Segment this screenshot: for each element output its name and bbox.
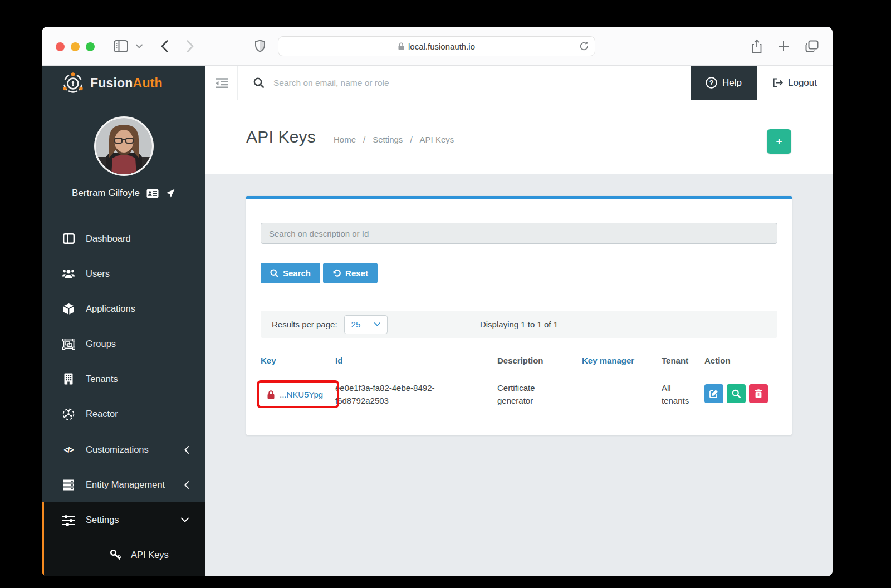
column-action: Action (704, 356, 777, 365)
breadcrumb-separator: / (363, 135, 365, 144)
reset-button[interactable]: Reset (323, 263, 378, 283)
content-area: Search Reset Results per page: 25 (205, 174, 833, 576)
sidebar-item-label: API Keys (131, 550, 169, 560)
api-key-search-input[interactable] (261, 223, 777, 244)
column-key[interactable]: Key (261, 356, 335, 365)
chevron-down-icon (374, 322, 380, 326)
search-icon (253, 77, 264, 88)
search-icon (270, 269, 278, 277)
results-bar: Results per page: 25 Displaying 1 to 1 o… (261, 311, 777, 338)
add-api-key-button[interactable]: + (767, 129, 791, 154)
column-tenant: Tenant (662, 356, 704, 365)
id-card-icon[interactable] (146, 189, 159, 198)
columns-icon (62, 233, 75, 244)
close-window-button[interactable] (56, 42, 65, 51)
global-search-input[interactable] (273, 78, 630, 88)
users-icon (62, 268, 75, 279)
url-text: local.fusionauth.io (408, 42, 475, 51)
brand-name: FusionAuth (90, 76, 163, 91)
brand-fusion: Fusion (90, 76, 133, 90)
logout-button[interactable]: Logout (757, 66, 833, 100)
sidebar-item-groups[interactable]: Groups (42, 326, 205, 361)
sidebar-item-label: Groups (86, 339, 116, 349)
delete-button[interactable] (749, 384, 768, 403)
sidebar-item-label: Entity Management (86, 479, 174, 490)
breadcrumb-settings[interactable]: Settings (373, 135, 403, 144)
sidebar: FusionAuth (42, 66, 205, 576)
lock-icon (398, 42, 404, 50)
api-key-masked-value: ...NKU5Ypg (280, 388, 323, 401)
avatar[interactable] (94, 116, 154, 176)
trash-icon (755, 389, 762, 398)
sidebar-item-label: Reactor (86, 409, 118, 419)
send-icon[interactable] (165, 188, 175, 198)
api-key-link[interactable]: ...NKU5Ypg (261, 381, 335, 408)
sidebar-item-entity-management[interactable]: Entity Management (42, 467, 205, 502)
results-per-page-value: 25 (351, 320, 361, 329)
breadcrumb: Home / Settings / API Keys (334, 135, 454, 144)
object-group-icon (62, 339, 75, 350)
results-per-page-select[interactable]: 25 (344, 315, 388, 334)
fusionauth-logo-icon (62, 72, 84, 94)
privacy-shield-icon[interactable] (252, 27, 268, 66)
tab-overview-icon[interactable] (804, 27, 820, 66)
sliders-icon (62, 514, 75, 526)
lock-icon (267, 390, 275, 399)
sidebar-item-applications[interactable]: Applications (42, 291, 205, 326)
breadcrumb-api-keys: API Keys (420, 135, 454, 144)
traffic-lights (56, 42, 95, 51)
row-actions (704, 381, 777, 408)
sidebar-item-tenants[interactable]: Tenants (42, 361, 205, 396)
search-icon (732, 389, 741, 398)
new-tab-icon[interactable] (776, 27, 791, 66)
results-per-page-label: Results per page: (272, 320, 337, 329)
code-icon: </> (62, 445, 75, 454)
pencil-square-icon (709, 389, 718, 398)
server-icon (62, 479, 75, 491)
back-button[interactable] (156, 27, 172, 66)
sidebar-item-dashboard[interactable]: Dashboard (42, 221, 205, 256)
outdent-icon (215, 78, 228, 88)
api-key-id: ee0e1f3a-fa82-4ebe-8492-f6d8792a2503 (335, 381, 497, 408)
sidebar-item-label: Dashboard (86, 233, 131, 244)
forward-button[interactable] (182, 27, 198, 66)
share-icon[interactable] (749, 27, 765, 66)
sidebar-item-reactor[interactable]: Reactor (42, 396, 205, 432)
minimize-window-button[interactable] (71, 42, 80, 51)
column-id[interactable]: Id (335, 356, 497, 365)
chevron-down-icon[interactable] (134, 27, 145, 66)
sidebar-item-label: Settings (86, 514, 170, 525)
browser-window: local.fusionauth.io (42, 27, 833, 576)
api-keys-table: Key Id Description Key manager Tenant Ac… (261, 356, 777, 408)
sidebar-toggle-icon[interactable] (112, 27, 129, 66)
sidebar-settings-section: Settings API Keys (42, 502, 205, 576)
brand[interactable]: FusionAuth (42, 66, 205, 100)
menu-collapse-button[interactable] (205, 66, 238, 100)
column-key-manager[interactable]: Key manager (582, 356, 662, 365)
search-button-label: Search (283, 268, 311, 278)
sidebar-item-api-keys[interactable]: API Keys (44, 537, 205, 572)
help-button[interactable]: ? Help (691, 66, 757, 100)
key-icon (109, 549, 122, 561)
zoom-window-button[interactable] (86, 42, 95, 51)
reset-button-label: Reset (345, 268, 368, 278)
chevron-left-icon (184, 481, 189, 489)
app-topbar: ? Help Logout (205, 66, 833, 100)
api-key-tenant: All tenants (662, 381, 704, 408)
sidebar-item-label: Tenants (86, 374, 118, 384)
sidebar-item-label: Applications (86, 303, 135, 314)
reload-icon[interactable] (579, 41, 589, 52)
question-circle-icon: ? (706, 77, 717, 89)
displaying-text: Displaying 1 to 1 of 1 (480, 320, 558, 329)
user-profile: Bertram Gilfoyle (42, 100, 205, 221)
sidebar-item-settings[interactable]: Settings (44, 502, 205, 537)
breadcrumb-home[interactable]: Home (334, 135, 356, 144)
search-button[interactable]: Search (261, 263, 320, 283)
edit-button[interactable] (704, 384, 723, 403)
logout-label: Logout (788, 77, 817, 89)
view-button[interactable] (727, 384, 746, 403)
sidebar-item-customizations[interactable]: </> Customizations (42, 432, 205, 467)
table-header: Key Id Description Key manager Tenant Ac… (261, 356, 777, 374)
address-bar[interactable]: local.fusionauth.io (278, 36, 595, 56)
sidebar-item-users[interactable]: Users (42, 256, 205, 291)
